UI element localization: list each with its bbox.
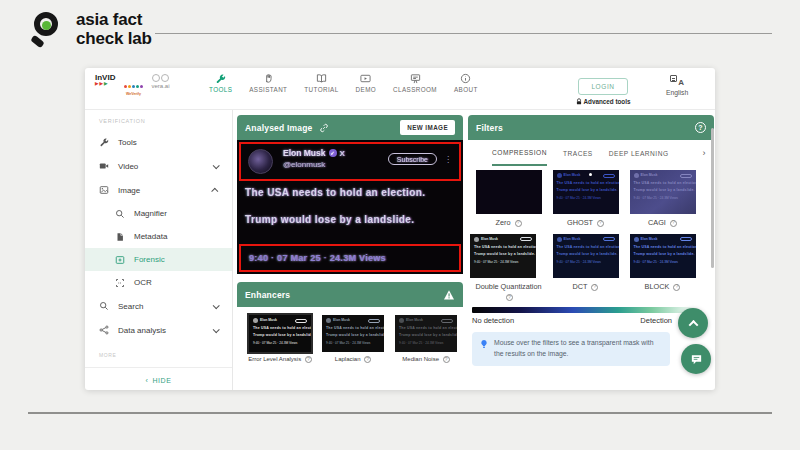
help-icon[interactable]: ? [506, 294, 513, 301]
tweet-author-name: Elon Musk [283, 148, 326, 158]
enhancer-median-noise-thumbnail[interactable]: Elon Musk The USA needs to hold an elect… [395, 315, 457, 352]
subscribe-button: Subscribe [388, 153, 437, 165]
sidebar-item-tools[interactable]: Tools [85, 130, 232, 154]
enhancer-thumbnails: Elon Musk The USA needs to hold an elect… [237, 315, 463, 365]
filter-dct[interactable]: Elon Musk The USA needs to hold an elect… [553, 234, 619, 304]
sidebar-item-image[interactable]: Image [85, 178, 232, 202]
menu-item-tools[interactable]: TOOLS [209, 73, 232, 93]
menu-label: CLASSROOM [393, 86, 437, 93]
filter-block[interactable]: Elon Musk The USA needs to hold an elect… [630, 234, 696, 304]
menu-label: ASSISTANT [249, 86, 287, 93]
help-icon[interactable]: ? [673, 284, 680, 291]
tab-compression[interactable]: COMPRESSION [492, 140, 547, 166]
tweet-meta: 9:40 · 07 Mar 25 · 24.3M Views [249, 253, 386, 263]
chevron-down-icon [213, 162, 220, 169]
mini-tweet-meta: 9:40 · 07 Mar 25 · 24.3M Views [557, 196, 615, 200]
menu-item-classroom[interactable]: CLASSROOM [393, 73, 437, 93]
filter-cagi-thumbnail[interactable]: Elon Musk The USA needs to hold an elect… [630, 170, 696, 214]
filter-double-quantization[interactable]: Elon Musk The USA needs to hold an elect… [470, 234, 547, 304]
filter-zero-thumbnail[interactable] [476, 170, 542, 214]
help-icon[interactable]: ? [670, 220, 677, 227]
mini-tweet-meta: 9:40 · 07 Mar 25 · 24.3M Views [253, 341, 307, 345]
link-icon[interactable] [319, 123, 329, 133]
sidebar-item-search[interactable]: Search [85, 294, 232, 318]
sidebar-hide-button[interactable]: ‹ HIDE [85, 368, 232, 392]
help-icon[interactable]: ? [515, 220, 522, 227]
feedback-chat-button[interactable] [681, 344, 711, 374]
enhancer-label: Error Level Analysis [248, 356, 301, 362]
menu-item-about[interactable]: ABOUT [454, 73, 478, 93]
menu-item-tutorial[interactable]: TUTORIAL [304, 73, 338, 93]
enhancer-laplacian[interactable]: Elon Musk The USA needs to hold an elect… [320, 315, 386, 365]
sidebar-item-forensic[interactable]: Forensic [85, 248, 232, 271]
forensic-highlight-box-header: Elon Musk ✓ X @elonmusk Subscribe ⋮ [239, 142, 461, 181]
filter-label: Double Quantization [475, 282, 541, 291]
mini-tweet-meta: 9:40 · 07 Mar 25 · 24.3M Views [634, 196, 692, 200]
help-icon[interactable]: ? [591, 284, 598, 291]
mini-tweet-meta: 9:40 · 07 Mar 25 · 24.3M Views [474, 260, 532, 264]
help-icon[interactable]: ? [597, 220, 604, 227]
sidebar-item-ocr[interactable]: OCR [85, 271, 232, 294]
enhancer-laplacian-thumbnail[interactable]: Elon Musk The USA needs to hold an elect… [322, 315, 384, 352]
data-analysis-icon [99, 325, 109, 335]
sidebar-section-label: VERIFICATION [99, 118, 232, 124]
help-icon[interactable]: ? [695, 122, 706, 133]
language-label: English [666, 89, 688, 96]
enhancer-median-noise[interactable]: Elon Musk The USA needs to hold an elect… [393, 315, 459, 365]
sidebar-item-metadata[interactable]: Metadata [85, 225, 232, 248]
sidebar-more-label: MORE [99, 352, 232, 358]
menu-label: DEMO [356, 86, 377, 93]
tab-traces[interactable]: TRACES [563, 140, 593, 166]
filter-dct-thumbnail[interactable]: Elon Musk The USA needs to hold an elect… [553, 234, 619, 278]
analysed-image[interactable]: Elon Musk ✓ X @elonmusk Subscribe ⋮ The … [237, 140, 463, 274]
filter-zero[interactable]: Zero ? [476, 170, 542, 229]
wrench-icon [215, 73, 226, 84]
video-icon [99, 161, 109, 171]
sidebar-item-label: Data analysis [118, 326, 166, 335]
enhancer-ela-thumbnail[interactable]: Elon Musk The USA needs to hold an elect… [249, 315, 311, 352]
menu-item-assistant[interactable]: ASSISTANT [249, 73, 287, 93]
scroll-to-top-button[interactable] [678, 308, 708, 338]
language-selector[interactable]: A English [666, 75, 688, 96]
logo-line-2: check lab [76, 30, 152, 49]
tip-text: Mouse over the filters to see a transpar… [494, 338, 663, 360]
help-icon[interactable]: ? [305, 356, 312, 363]
login-area: LOGIN Advanced tools [572, 75, 634, 105]
help-icon[interactable]: ? [364, 356, 371, 363]
mini-tweet-line: Trump would lose by a landslide. [557, 251, 615, 258]
enhancer-label: Laplacian [335, 356, 361, 362]
forensic-icon [115, 255, 125, 265]
scrollbar[interactable] [711, 128, 714, 268]
app-window: InVID ▶▶▶ WeVerify vera.ai TOOLS ASSI [85, 68, 715, 390]
mini-tweet-line: The USA needs to hold an election. [557, 244, 615, 251]
weverify-logo-dots [123, 74, 143, 92]
filter-double-quantization-thumbnail[interactable]: Elon Musk The USA needs to hold an elect… [470, 234, 536, 278]
sidebar-item-data-analysis[interactable]: Data analysis [85, 318, 232, 342]
mini-tweet-line: The USA needs to hold an election. [474, 244, 532, 251]
login-button[interactable]: LOGIN [578, 78, 627, 95]
book-icon [316, 73, 327, 84]
filter-cagi[interactable]: Elon Musk The USA needs to hold an elect… [630, 170, 696, 229]
enhancer-ela[interactable]: Elon Musk The USA needs to hold an elect… [247, 315, 313, 365]
sidebar-item-magnifier[interactable]: Magnifier [85, 202, 232, 225]
tab-deep-learning[interactable]: DEEP LEARNING [609, 140, 669, 166]
filter-ghost[interactable]: Elon Musk The USA needs to hold an elect… [553, 170, 619, 229]
image-icon [99, 185, 109, 195]
menu-item-demo[interactable]: DEMO [356, 73, 377, 93]
tabs-scroll-right-icon[interactable]: › [703, 140, 707, 166]
mini-tweet-line: The USA needs to hold an election. [557, 180, 615, 187]
new-image-button[interactable]: NEW IMAGE [400, 120, 455, 135]
filter-ghost-thumbnail[interactable]: Elon Musk The USA needs to hold an elect… [553, 170, 619, 214]
logo-line-1: asia fact [76, 11, 152, 30]
sidebar-item-video[interactable]: Video [85, 154, 232, 178]
vera-logo: vera.ai [151, 74, 169, 89]
detection-scale-gradient [472, 307, 696, 313]
mini-tweet-line: Trump would lose by a landslide. [253, 332, 307, 339]
menu-label: TUTORIAL [304, 86, 338, 93]
filter-block-thumbnail[interactable]: Elon Musk The USA needs to hold an elect… [630, 234, 696, 278]
help-icon[interactable]: ? [443, 356, 450, 363]
mini-tweet-line: Trump would lose by a landslide. [326, 332, 380, 339]
analysed-image-title: Analysed Image [245, 123, 313, 133]
scale-left-label: No detection [472, 316, 514, 325]
forensic-highlight-box-timestamp: 9:40 · 07 Mar 25 · 24.3M Views [239, 244, 461, 272]
